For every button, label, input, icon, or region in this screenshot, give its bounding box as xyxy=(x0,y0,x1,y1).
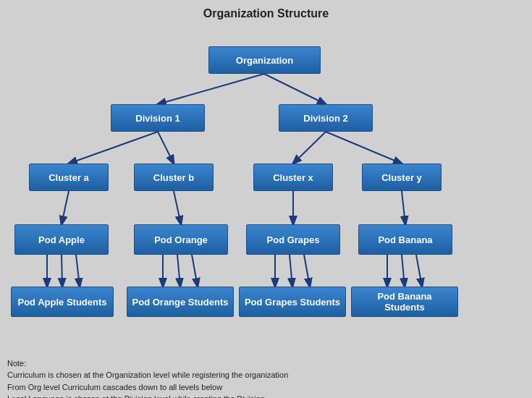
svg-line-0 xyxy=(158,74,264,104)
svg-line-17 xyxy=(290,255,292,287)
pod-apple-node: Pod Apple xyxy=(14,224,109,255)
svg-line-18 xyxy=(304,255,310,287)
svg-line-21 xyxy=(416,255,422,287)
pod-grapes-students-node: Pod Grapes Students xyxy=(239,287,346,317)
pod-banana-students-node: Pod Banana Students xyxy=(351,287,458,317)
pod-apple-students-node: Pod Apple Students xyxy=(11,287,114,317)
svg-line-5 xyxy=(326,132,402,164)
page-title: Organization Structure xyxy=(7,7,525,20)
svg-line-7 xyxy=(174,191,181,224)
svg-line-3 xyxy=(158,132,174,164)
svg-line-20 xyxy=(402,255,405,287)
page: Organization Structure xyxy=(0,0,532,398)
org-node: Organization xyxy=(208,46,321,74)
svg-line-9 xyxy=(402,191,405,224)
cluster-x-node: Cluster x xyxy=(253,164,333,191)
note-label: Note: xyxy=(7,357,288,370)
svg-line-2 xyxy=(69,132,158,164)
pod-grapes-node: Pod Grapes xyxy=(246,224,340,255)
cluster-y-node: Cluster y xyxy=(362,164,442,191)
div2-node: Division 2 xyxy=(279,104,373,132)
note-line3: From Org level Curriculum cascades down … xyxy=(7,381,288,394)
pod-orange-node: Pod Orange xyxy=(134,224,228,255)
svg-line-11 xyxy=(62,255,62,287)
note-line2: Curriculum is chosen at the Organization… xyxy=(7,369,288,381)
svg-line-15 xyxy=(192,255,198,287)
pod-orange-students-node: Pod Orange Students xyxy=(127,287,234,317)
svg-line-1 xyxy=(264,74,326,104)
note-section: Note: Curriculum is chosen at the Organi… xyxy=(7,357,288,399)
cluster-b-node: Cluster b xyxy=(134,164,214,191)
org-diagram: Organization Division 1 Division 2 Clust… xyxy=(7,25,525,336)
pod-banana-node: Pod Banana xyxy=(358,224,452,255)
note-line4: Local Language is chosen at the Division… xyxy=(7,393,288,398)
cluster-a-node: Cluster a xyxy=(29,164,109,191)
div1-node: Division 1 xyxy=(111,104,205,132)
svg-line-6 xyxy=(62,191,69,224)
svg-line-14 xyxy=(177,255,180,287)
svg-line-4 xyxy=(293,132,326,164)
svg-line-12 xyxy=(76,255,80,287)
